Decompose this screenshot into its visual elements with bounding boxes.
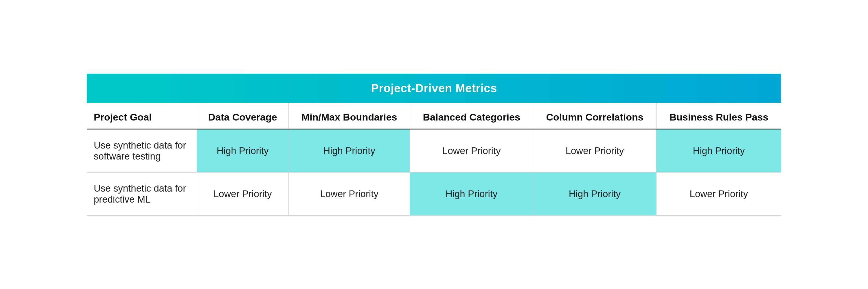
- row-1-col2: Lower Priority: [288, 172, 410, 215]
- table-title: Project-Driven Metrics: [371, 82, 497, 95]
- col1-header: Data Coverage: [197, 103, 288, 129]
- col-goal-header: Project Goal: [87, 103, 197, 129]
- row-0-col2: High Priority: [288, 129, 410, 172]
- table-wrapper: Project-Driven Metrics Project Goal Data…: [87, 74, 781, 216]
- row-0-goal: Use synthetic data for software testing: [87, 129, 197, 172]
- col2-header: Min/Max Boundaries: [288, 103, 410, 129]
- table-row: Use synthetic data for predictive MLLowe…: [87, 172, 781, 215]
- row-0-col4: Lower Priority: [533, 129, 656, 172]
- col5-header: Business Rules Pass: [656, 103, 781, 129]
- row-1-col4: High Priority: [533, 172, 656, 215]
- priority-table: Project-Driven Metrics Project Goal Data…: [87, 74, 781, 216]
- col4-header: Column Correlations: [533, 103, 656, 129]
- row-1-col1: Lower Priority: [197, 172, 288, 215]
- col3-header: Balanced Categories: [410, 103, 533, 129]
- row-0-col3: Lower Priority: [410, 129, 533, 172]
- table-header: Project-Driven Metrics: [87, 74, 781, 103]
- row-0-col1: High Priority: [197, 129, 288, 172]
- row-0-col5: High Priority: [656, 129, 781, 172]
- row-1-col5: Lower Priority: [656, 172, 781, 215]
- row-1-col3: High Priority: [410, 172, 533, 215]
- table-row: Use synthetic data for software testingH…: [87, 129, 781, 172]
- row-1-goal: Use synthetic data for predictive ML: [87, 172, 197, 215]
